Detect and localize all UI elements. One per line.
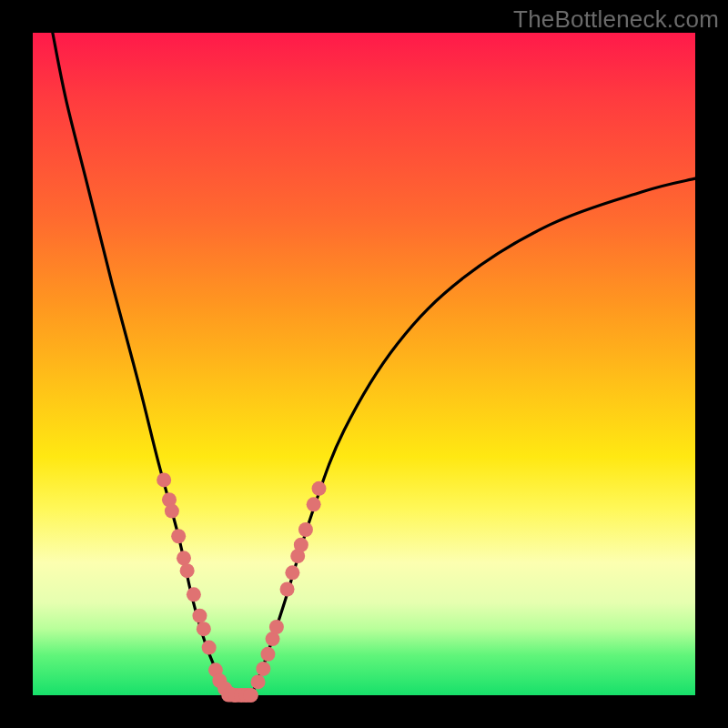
data-marker <box>202 641 217 655</box>
data-marker <box>311 481 326 496</box>
curve-layer <box>53 33 695 695</box>
data-marker <box>180 563 195 578</box>
chart-plot-area <box>33 33 695 695</box>
data-marker <box>256 662 270 676</box>
data-marker <box>307 497 321 511</box>
data-marker <box>269 620 284 634</box>
data-marker <box>171 529 186 543</box>
data-marker <box>260 647 275 662</box>
data-marker <box>157 472 171 487</box>
data-marker <box>187 587 201 602</box>
data-marker <box>251 674 266 689</box>
bottleneck-curve-right <box>251 178 695 695</box>
watermark-text: TheBottleneck.com <box>513 5 719 34</box>
data-marker <box>294 538 308 552</box>
data-marker <box>177 551 191 565</box>
marker-layer <box>157 472 326 703</box>
data-marker <box>197 622 211 636</box>
chart-svg <box>33 33 695 695</box>
data-marker <box>285 565 299 580</box>
data-marker <box>244 688 258 703</box>
chart-frame: TheBottleneck.com <box>0 0 728 728</box>
data-marker <box>298 522 313 537</box>
data-marker <box>165 504 179 519</box>
data-marker <box>192 609 207 623</box>
data-marker <box>280 582 295 597</box>
bottleneck-curve-left <box>53 33 228 695</box>
